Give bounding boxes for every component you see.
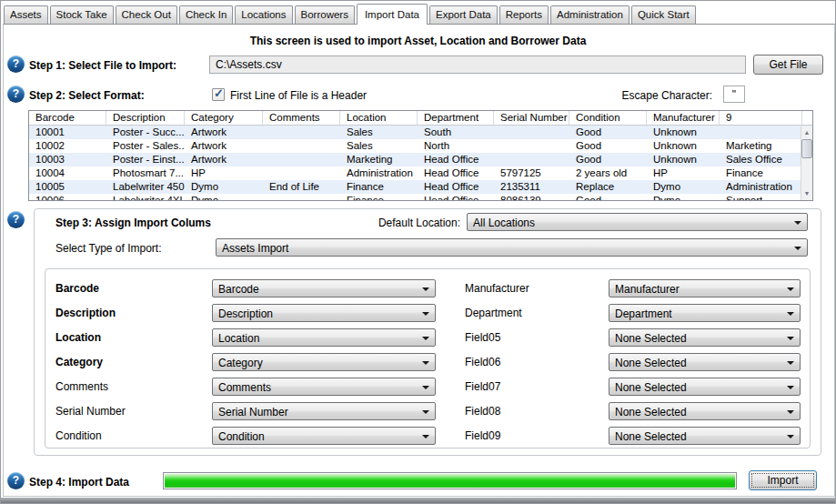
column-header-barcode[interactable]: Barcode [29,111,106,125]
grid-cell: 2 years old [569,166,647,180]
column-header-manufacturer[interactable]: Manufacturer [647,111,720,125]
grid-vertical-scrollbar[interactable]: ▲ ▼ [801,126,812,200]
grid-cell: Poster - Succ... [106,126,185,139]
scroll-down-icon[interactable]: ▼ [801,188,812,199]
grid-cell: Marketing [720,139,802,153]
mapping-dropdown-condition[interactable]: Condition [212,427,436,445]
grid-cell: North [418,139,494,153]
mapping-dropdown-field09[interactable]: None Selected [609,427,801,445]
grid-cell: HP [647,166,720,180]
mapping-value: None Selected [615,356,687,370]
grid-cell: 5797125 [494,166,569,180]
mapping-label-category: Category [55,356,103,368]
chevron-down-icon [422,361,429,365]
mapping-label-field06: Field06 [465,356,500,368]
header-line-checkbox[interactable]: ✓ [212,88,225,101]
mapping-dropdown-serial-number[interactable]: Serial Number [212,402,436,420]
mapping-value: Comments [218,380,271,395]
mapping-label-manufacturer: Manufacturer [465,282,529,295]
column-header-location[interactable]: Location [340,111,418,125]
tab-reports[interactable]: Reports [499,5,549,24]
mapping-label-field08: Field08 [465,405,500,418]
chevron-down-icon [787,337,794,340]
grid-row-10002[interactable]: 10002Poster - Sales...ArtworkSalesNorthG… [29,139,812,153]
help-icon-step4[interactable]: ? [7,472,25,489]
grid-row-10004[interactable]: 10004Photosmart 7...HPAdministrationHead… [29,166,812,180]
grid-cell: Finance [720,166,802,180]
column-header-description[interactable]: Description [106,111,185,125]
scroll-up-icon[interactable]: ▲ [801,127,812,138]
grid-row-10006[interactable]: 10006Labelwriter 4XLDymoFinanceHead Offi… [29,194,812,201]
mapping-value: Serial Number [218,405,288,419]
chevron-down-icon [422,386,429,389]
tab-check-out[interactable]: Check Out [116,5,177,24]
chevron-down-icon [422,435,429,438]
mapping-dropdown-category[interactable]: Category [212,353,436,371]
tab-export-data[interactable]: Export Data [429,5,498,24]
tab-check-in[interactable]: Check In [179,5,233,24]
step3-label: Step 3: Assign Import Colums [55,217,211,229]
import-button[interactable]: Import [749,470,817,490]
help-icon-step1[interactable]: ? [7,55,25,73]
tab-stock-take[interactable]: Stock Take [50,5,114,24]
help-icon-step2[interactable]: ? [7,86,25,103]
get-file-button[interactable]: Get File [753,55,823,75]
tab-locations[interactable]: Locations [235,5,292,24]
grid-cell: Poster - Einst... [106,153,185,166]
mapping-dropdown-barcode[interactable]: Barcode [212,279,436,297]
tab-assets[interactable]: Assets [4,5,48,24]
tab-administration[interactable]: Administration [550,5,630,24]
scrollbar-thumb[interactable] [801,139,812,158]
escape-character-label: Escape Character: [616,89,712,102]
mapping-label-field05: Field05 [465,331,500,344]
grid-cell: Head Office [418,166,494,180]
default-location-dropdown[interactable]: All Locations [467,213,808,231]
escape-character-input[interactable]: " [723,86,745,103]
column-header-category[interactable]: Category [185,111,263,125]
mapping-dropdown-description[interactable]: Description [212,304,436,322]
mapping-dropdown-field06[interactable]: None Selected [609,353,801,371]
mapping-dropdown-field07[interactable]: None Selected [609,378,801,396]
grid-cell: 10002 [29,139,106,153]
mapping-dropdown-manufacturer[interactable]: Manufacturer [609,279,801,297]
chevron-down-icon [787,312,794,316]
grid-cell: Poster - Sales... [106,139,185,153]
grid-row-10001[interactable]: 10001Poster - Succ...ArtworkSalesSouthGo… [29,126,812,139]
column-header-condition[interactable]: Condition [569,111,647,125]
mapping-dropdown-comments[interactable]: Comments [212,378,436,396]
mapping-dropdown-department[interactable]: Department [609,304,801,322]
grid-cell: Sales [340,139,418,153]
grid-row-10003[interactable]: 10003Poster - Einst...ArtworkMarketingHe… [29,153,812,166]
column-header-serial-number[interactable]: Serial Number [494,111,569,125]
step4-label: Step 4: Import Data [29,476,129,489]
mapping-label-department: Department [465,307,522,319]
tab-quick-start[interactable]: Quick Start [631,5,696,24]
grid-cell [263,194,340,201]
mapping-dropdown-field05[interactable]: None Selected [609,328,801,347]
column-header-comments[interactable]: Comments [263,111,340,125]
grid-cell [263,126,340,139]
column-header-department[interactable]: Department [418,111,494,125]
mapping-dropdown-field08[interactable]: None Selected [609,402,801,420]
grid-cell: Head Office [418,180,494,194]
help-icon-step3[interactable]: ? [7,211,25,228]
grid-cell: Marketing [340,153,418,166]
mapping-label-condition: Condition [55,429,102,442]
mapping-value: Location [218,331,259,346]
grid-cell: Labelwriter 4XL [106,194,185,201]
grid-cell: Dymo [647,180,720,194]
mapping-dropdown-location[interactable]: Location [212,328,436,347]
tab-borrowers[interactable]: Borrowers [295,5,355,24]
grid-cell: Dymo [185,180,263,194]
grid-cell: Good [569,194,647,201]
file-path-input[interactable]: C:\Assets.csv [209,55,746,74]
chevron-down-icon [422,312,429,316]
column-header-9[interactable]: 9 [720,111,802,125]
type-of-import-dropdown[interactable]: Assets Import [216,238,808,257]
tab-import-data[interactable]: Import Data [357,4,428,25]
step2-label: Step 2: Select Format: [29,89,145,102]
grid-row-10005[interactable]: 10005Labelwriter 450DymoEnd of LifeFinan… [29,180,812,194]
header-line-checkbox-label[interactable]: First Line of File is a Header [230,89,367,102]
grid-cell: Good [569,126,647,139]
grid-cell: Sales [340,126,418,139]
